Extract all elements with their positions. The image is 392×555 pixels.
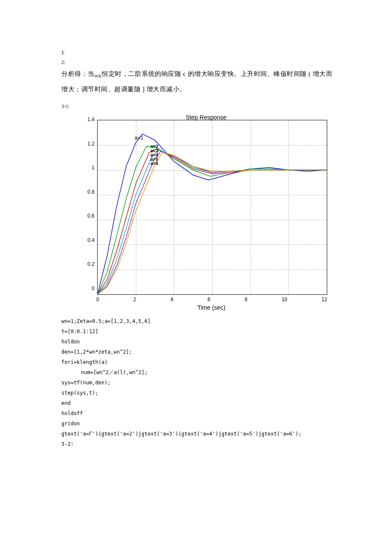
prose-line-2: 增大；调节时间、超调量随 ] 增大而减小。 <box>61 83 337 96</box>
code-line: step(sys,t); <box>61 388 337 398</box>
code-line: holdon <box>61 337 337 347</box>
ytick: 1 <box>84 165 95 171</box>
prose-sub-wk: WK <box>95 74 102 78</box>
pre-line-1: ); <box>61 47 337 57</box>
analysis-paragraph: 分析得：当WK恒定时，二阶系统的响应随 c 的增大响应变快。上升时间、峰值时间随… <box>61 67 337 96</box>
matlab-code-block: wn=1;Zeta=0.5;a=[1,2,3,4,5,6] t=[0:0.1:1… <box>61 316 337 449</box>
code-line: 3-2: <box>61 439 337 449</box>
series-a=2 <box>98 146 327 294</box>
annotation-clump: a=2 a=3 a=4 a=5 a=6 <box>150 144 159 166</box>
ytick: 0.8 <box>84 189 95 195</box>
code-line: den=[1,2*wn*zeta,wn^2]; <box>61 347 337 357</box>
series-a=1 <box>98 134 327 294</box>
code-line: fori=klength(a) <box>61 357 337 367</box>
series-a=5 <box>98 151 327 294</box>
xtick: 10 <box>282 296 287 302</box>
step-response-chart: Step Response 1.4 1.2 1 0.8 0.6 0.4 0.2 … <box>84 114 329 311</box>
chart-x-ticks: 0 2 4 6 8 10 12 <box>96 296 327 302</box>
series-a=4 <box>98 150 327 294</box>
ytick: 0.4 <box>84 237 95 243</box>
ytick: 1.4 <box>84 116 95 122</box>
ytick: 0.2 <box>84 261 95 267</box>
xtick: 6 <box>208 296 210 302</box>
code-line: holdoff <box>61 408 337 418</box>
code-line: num=[wn^2／a(l),wn^2]; <box>61 367 337 378</box>
xtick: 0 <box>96 296 99 302</box>
chart-curves <box>98 120 327 294</box>
prose-seg-2: 恒定时，二阶系统的响应随 c 的增大响应变快。上升时间、峰值时间随 ( 增大而 <box>102 70 332 77</box>
section-label-3-1: 3-1: <box>61 103 337 110</box>
chart-y-ticks: 1.4 1.2 1 0.8 0.6 0.4 0.2 0 <box>84 116 97 291</box>
code-line: wn=1;Zeta=0.5;a=[1,2,3,4,5,6] <box>61 316 337 326</box>
pre-line-2: 2: <box>61 57 337 67</box>
ytick: 0 <box>84 285 95 291</box>
xtick: 4 <box>170 296 173 302</box>
series-a=3 <box>98 149 327 294</box>
xtick: 2 <box>133 296 136 302</box>
plot-area: a=1 a=2 a=3 a=4 a=5 a=6 <box>97 120 327 295</box>
prose-seg-1: 分析得：当 <box>61 70 95 77</box>
ytick: 1.2 <box>84 141 95 147</box>
xtick: 12 <box>322 296 327 302</box>
document-page: ); 2: 分析得：当WK恒定时，二阶系统的响应随 c 的增大响应变快。上升时间… <box>0 0 392 475</box>
xtick: 8 <box>245 296 248 302</box>
code-line: t=[0:0.1:12] <box>61 326 337 337</box>
code-line: gtext('a=Γ')igtext('a=2')jgtext('a=3')ig… <box>61 429 337 439</box>
annotation-a1: a=1 <box>135 135 143 141</box>
code-line: sys=tf(num,den); <box>61 378 337 388</box>
code-line: gridon <box>61 418 337 429</box>
code-line: end <box>61 398 337 408</box>
chart-x-label: Time (sec) <box>96 304 326 311</box>
ytick: 0.6 <box>84 213 95 219</box>
